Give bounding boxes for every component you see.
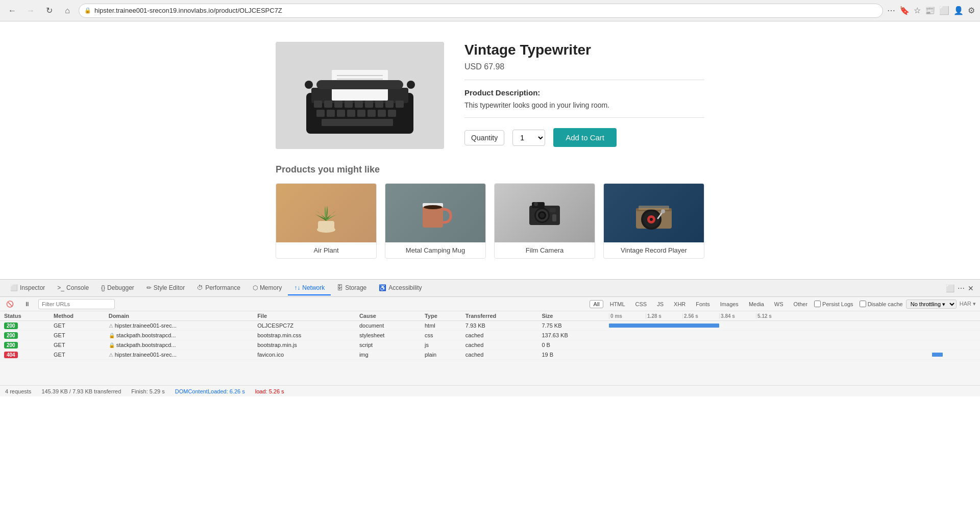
tab-debugger[interactable]: {} Debugger (95, 281, 140, 295)
cell-status: 200 (0, 331, 50, 340)
svg-point-32 (424, 205, 442, 209)
cell-size: 19 B (537, 350, 605, 360)
tab-console[interactable]: >_ Console (51, 281, 95, 295)
disable-cache-label[interactable]: Disable cache (860, 301, 903, 307)
detach-button[interactable]: ⬜ (946, 284, 954, 292)
list-item[interactable]: Vintage Record Player (603, 183, 704, 259)
persist-logs-checkbox[interactable] (814, 301, 821, 307)
col-size[interactable]: Size (537, 311, 605, 321)
svg-rect-40 (552, 214, 556, 221)
network-table-container[interactable]: Status Method Domain File Cause Type Tra… (0, 311, 980, 385)
svg-rect-50 (639, 206, 669, 210)
cell-type: plain (421, 350, 461, 360)
cell-domain: ⚠ hipster.trainee001-srec... (105, 350, 253, 360)
list-item[interactable]: Film Camera (494, 183, 595, 259)
cell-timeline (605, 321, 980, 331)
tab-style-editor[interactable]: ✏ Style Editor (140, 281, 191, 295)
tab-network[interactable]: ↑↓ Network (288, 281, 331, 295)
tab-inspector[interactable]: ⬜ Inspector (4, 281, 51, 295)
address-bar[interactable]: 🔒 hipster.trainee001-srecon19.innovlabs.… (79, 4, 883, 18)
filter-media[interactable]: Media (745, 300, 768, 308)
console-label: Console (66, 284, 89, 291)
svg-point-41 (534, 202, 538, 206)
product-description-text: This typewriter looks good in your livin… (464, 101, 704, 118)
tab-memory[interactable]: ⬡ Memory (247, 281, 288, 295)
cell-timeline (605, 350, 980, 360)
col-transferred[interactable]: Transferred (461, 311, 538, 321)
col-cause[interactable]: Cause (355, 311, 421, 321)
svg-rect-14 (375, 101, 383, 108)
network-label: Network (302, 284, 325, 291)
add-to-cart-button[interactable]: Add to Cart (553, 128, 617, 147)
profile-icon[interactable]: 👤 (953, 6, 964, 15)
filter-fonts[interactable]: Fonts (692, 300, 714, 308)
reader-icon[interactable]: 📰 (925, 6, 935, 15)
tab-accessibility[interactable]: ♿ Accessibility (373, 281, 428, 295)
filter-other[interactable]: Other (790, 300, 812, 308)
star-icon[interactable]: ☆ (914, 6, 921, 15)
tab-storage[interactable]: 🗄 Storage (331, 281, 373, 295)
cell-method: GET (50, 340, 105, 350)
filter-js[interactable]: JS (653, 300, 667, 308)
more-options-icon[interactable]: ⋯ (887, 6, 895, 15)
filter-images[interactable]: Images (717, 300, 742, 308)
table-row[interactable]: 200 GET 🔒 stackpath.bootstrapcd... boots… (0, 340, 980, 350)
product-card-name: Film Camera (495, 242, 595, 258)
col-status[interactable]: Status (0, 311, 50, 321)
svg-rect-23 (378, 110, 386, 117)
split-view-icon[interactable]: ⬜ (939, 6, 949, 15)
col-method[interactable]: Method (50, 311, 105, 321)
cell-file: OLJCESPC7Z (253, 321, 355, 331)
filter-css[interactable]: CSS (632, 300, 651, 308)
persist-logs-label[interactable]: Persist Logs (814, 301, 853, 307)
list-item[interactable]: Metal Camping Mug (385, 183, 486, 259)
cell-transferred: cached (461, 331, 538, 340)
filter-html[interactable]: HTML (606, 300, 629, 308)
url-text: hipster.trainee001-srecon19.innovlabs.io… (94, 7, 282, 14)
col-type[interactable]: Type (421, 311, 461, 321)
devtools-status-bar: 4 requests 145.39 KB / 7.93 KB transferr… (0, 385, 980, 396)
bookmark-icon[interactable]: 🔖 (899, 6, 910, 15)
more-tools-button[interactable]: ⋯ (958, 284, 965, 292)
recommended-section: Products you might like (276, 164, 704, 259)
throttle-select[interactable]: No throttling ▾ Slow 3G Fast 3G Offline (906, 300, 957, 309)
close-devtools-button[interactable]: ✕ (968, 284, 974, 292)
svg-point-47 (650, 218, 653, 221)
forward-button[interactable]: → (23, 4, 38, 18)
svg-rect-16 (396, 101, 404, 108)
filter-urls-input[interactable] (38, 299, 115, 309)
disable-cache-checkbox[interactable] (860, 301, 866, 307)
extensions-icon[interactable]: ⚙ (968, 6, 975, 15)
filter-xhr[interactable]: XHR (670, 300, 689, 308)
tab-performance[interactable]: ⏱ Performance (191, 281, 247, 295)
pause-log-button[interactable]: ⏸ (22, 300, 32, 309)
lock-icon: 🔒 (84, 7, 91, 14)
col-domain[interactable]: Domain (105, 311, 253, 321)
load-link[interactable]: load: 5.26 s (255, 388, 284, 394)
dom-content-loaded-link[interactable]: DOMContentLoaded: 6.26 s (175, 388, 245, 394)
debugger-label: Debugger (107, 284, 134, 291)
quantity-select[interactable]: 1 2 3 4 5 (512, 130, 545, 146)
table-row[interactable]: 200 GET ⚠ hipster.trainee001-srec... OLJ… (0, 321, 980, 331)
table-row[interactable]: 200 GET 🔒 stackpath.bootstrapcd... boots… (0, 331, 980, 340)
cell-status: 200 (0, 340, 50, 350)
cell-cause: script (355, 340, 421, 350)
network-icon: ↑↓ (294, 284, 300, 291)
svg-point-38 (540, 213, 545, 218)
home-button[interactable]: ⌂ (60, 4, 75, 18)
list-item[interactable]: Air Plant (276, 183, 377, 259)
reload-button[interactable]: ↻ (42, 4, 56, 18)
cell-cause: document (355, 321, 421, 331)
clear-log-button[interactable]: 🚫 (4, 300, 16, 309)
cell-method: GET (50, 350, 105, 360)
filter-all[interactable]: All (590, 300, 603, 308)
svg-rect-21 (357, 110, 365, 117)
back-button[interactable]: ← (5, 4, 19, 18)
col-file[interactable]: File (253, 311, 355, 321)
product-card-name: Metal Camping Mug (385, 242, 485, 258)
console-icon: >_ (57, 284, 64, 291)
cell-cause: stylesheet (355, 331, 421, 340)
table-row[interactable]: 404 GET ⚠ hipster.trainee001-srec... fav… (0, 350, 980, 360)
filter-ws[interactable]: WS (771, 300, 787, 308)
browser-chrome: ← → ↻ ⌂ 🔒 hipster.trainee001-srecon19.in… (0, 0, 980, 21)
